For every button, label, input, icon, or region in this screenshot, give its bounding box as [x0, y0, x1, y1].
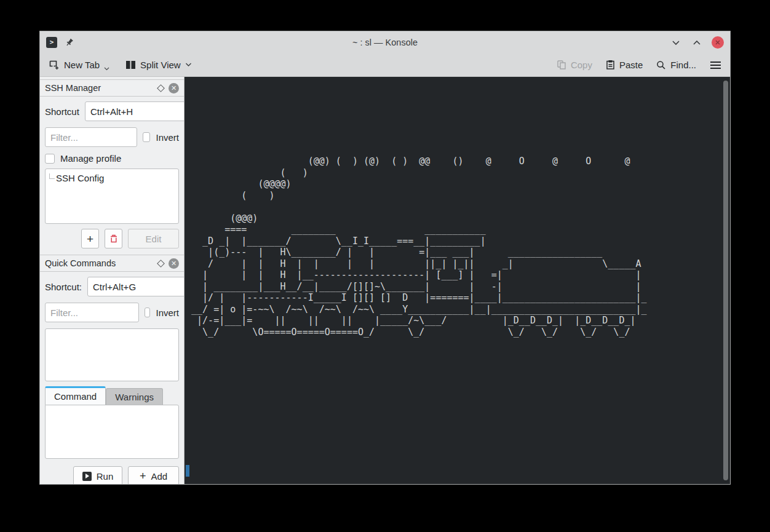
titlebar[interactable]: > ~ : sl — Konsole	[40, 31, 730, 54]
copy-label: Copy	[571, 60, 592, 70]
quick-commands-header[interactable]: Quick Commands ✕	[40, 255, 184, 272]
plus-icon: +	[140, 470, 146, 482]
minimize-button[interactable]	[670, 36, 682, 49]
chevron-down-icon	[104, 67, 109, 71]
chevron-down-icon	[672, 40, 680, 46]
tab-command[interactable]: Command	[45, 386, 106, 405]
command-textarea[interactable]	[45, 405, 179, 459]
ssh-config-list[interactable]: SSH Config	[45, 169, 179, 224]
manage-profile-label: Manage profile	[60, 153, 121, 164]
edit-label: Edit	[146, 234, 162, 244]
invert-label: Invert	[156, 132, 179, 143]
new-tab-button[interactable]: New Tab	[49, 60, 109, 70]
chevron-down-icon	[185, 63, 192, 67]
toolbar: New Tab Split View Copy	[40, 54, 730, 77]
delete-entry-button[interactable]	[105, 229, 122, 248]
tab-label: Command	[54, 391, 97, 402]
tree-item-label: SSH Config	[56, 173, 104, 183]
commands-list[interactable]	[45, 328, 179, 381]
close-icon	[715, 39, 721, 46]
play-icon	[82, 472, 92, 481]
paste-label: Paste	[619, 60, 643, 70]
qc-filter-input[interactable]	[45, 303, 139, 322]
run-button[interactable]: Run	[73, 466, 122, 484]
shortcut-label: Shortcut	[45, 106, 79, 117]
find-button[interactable]: Find...	[656, 60, 696, 70]
edit-entry-button: Edit	[128, 229, 179, 248]
tree-branch-icon	[49, 173, 55, 179]
paste-button[interactable]: Paste	[606, 60, 643, 70]
hamburger-icon	[710, 61, 721, 69]
terminal-cursor	[186, 465, 189, 477]
float-panel-icon[interactable]	[157, 260, 165, 268]
tab-label: Warnings	[115, 392, 154, 402]
invert-checkbox[interactable]	[143, 132, 150, 142]
invert-checkbox[interactable]	[145, 308, 150, 317]
terminal[interactable]: (@@) ( ) (@) ( ) @@ () @ O @ O @ ( ) (@@…	[185, 77, 730, 484]
close-panel-button[interactable]: ✕	[169, 83, 179, 93]
ssh-manager-panel: SSH Manager ✕ Shortcut Invert	[40, 79, 184, 255]
add-command-button[interactable]: + Add	[128, 466, 179, 484]
search-icon	[656, 60, 666, 70]
maximize-button[interactable]	[691, 36, 703, 49]
new-tab-label: New Tab	[64, 60, 100, 70]
menu-button[interactable]	[710, 61, 721, 69]
run-label: Run	[97, 471, 114, 482]
split-view-icon	[125, 60, 136, 69]
panel-title: SSH Manager	[45, 83, 153, 93]
chevron-up-icon	[693, 40, 701, 46]
close-panel-button[interactable]: ✕	[169, 258, 179, 269]
window-title: ~ : sl — Konsole	[40, 38, 730, 47]
add-label: Add	[151, 471, 167, 482]
sidebar: SSH Manager ✕ Shortcut Invert	[40, 77, 185, 484]
ssh-shortcut-input[interactable]	[85, 101, 185, 121]
panel-title: Quick Commands	[45, 258, 153, 268]
copy-button: Copy	[557, 60, 592, 70]
tree-item-ssh-config[interactable]: SSH Config	[46, 169, 178, 183]
ssh-filter-input[interactable]	[45, 127, 137, 147]
trash-icon	[109, 234, 118, 244]
plus-icon: +	[87, 233, 93, 245]
add-entry-button[interactable]: +	[81, 229, 99, 248]
tab-warnings[interactable]: Warnings	[106, 388, 163, 405]
find-label: Find...	[670, 60, 696, 70]
shortcut-label: Shortcut:	[45, 282, 82, 292]
close-button[interactable]	[712, 36, 724, 49]
new-tab-icon	[49, 60, 60, 70]
invert-label: Invert	[156, 308, 179, 318]
quick-commands-panel: Quick Commands ✕ Shortcut: Invert	[40, 255, 184, 484]
float-panel-icon[interactable]	[157, 84, 165, 92]
qc-shortcut-input[interactable]	[87, 277, 185, 296]
split-view-button[interactable]: Split View	[125, 60, 192, 70]
terminal-output: (@@) ( ) (@) ( ) @@ () @ O @ O @ ( ) (@@…	[186, 156, 647, 338]
konsole-window: > ~ : sl — Konsole	[39, 31, 731, 485]
ssh-manager-header[interactable]: SSH Manager ✕	[40, 79, 184, 97]
terminal-scrollbar[interactable]	[723, 79, 729, 482]
split-view-label: Split View	[140, 60, 181, 70]
manage-profile-checkbox[interactable]	[45, 154, 55, 164]
paste-icon	[606, 60, 615, 70]
scrollbar-thumb[interactable]	[723, 81, 728, 480]
copy-icon	[557, 60, 566, 70]
